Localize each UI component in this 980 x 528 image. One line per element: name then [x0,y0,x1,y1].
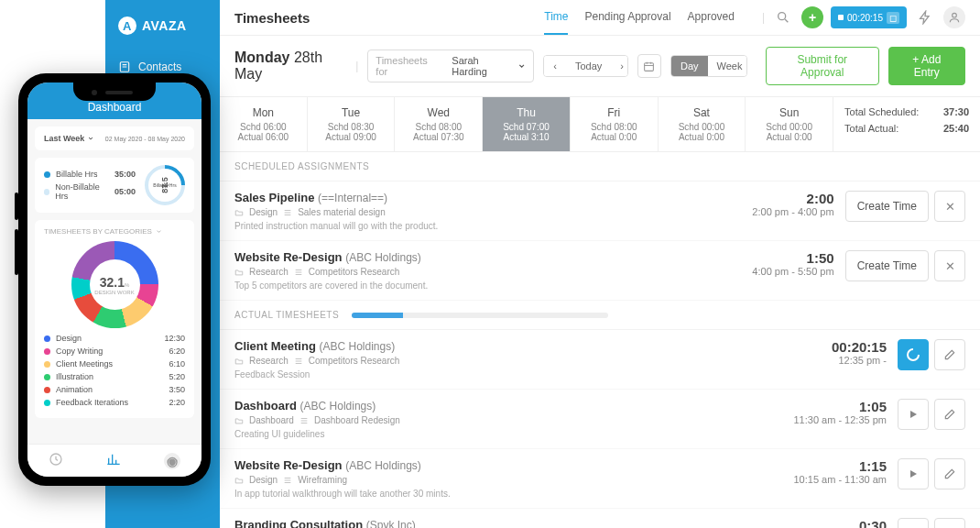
phone-date-range: 02 May 2020 - 08 May 2020 [105,136,185,142]
create-time-button[interactable]: Create Time [845,250,929,281]
header-actions: | + 00:20:15◻ [762,6,965,28]
brand: A AVAZA [105,16,220,35]
tab-pending[interactable]: Pending Approval [584,0,670,35]
day-actual: Actual 09:00 [308,132,395,142]
entry-description: Printed instruction manual will go with … [234,221,704,231]
category-item: Animation3:50 [44,385,185,394]
svg-point-2 [953,13,957,17]
categories-title: TIMESHEETS BY CATEGORIES [44,227,185,236]
day-scheduled: Schd 06:00 [220,122,307,132]
dot-icon [44,387,50,393]
edit-icon [943,468,956,480]
day-cell-fri[interactable]: Fri Schd 08:00 Actual 0:00 [571,97,659,151]
day-cell-mon[interactable]: Mon Schd 06:00 Actual 06:00 [220,97,308,151]
add-entry-button[interactable]: + Add Entry [888,47,965,85]
search-icon [776,10,790,25]
day-cell-thu[interactable]: Thu Schd 07:00 Actual 3:10 [483,97,571,151]
submit-approval-button[interactable]: Submit for Approval [766,47,879,85]
current-date: Monday 28th May [234,50,346,82]
edit-button[interactable] [934,518,965,528]
avatar[interactable] [943,6,965,28]
day-name: Fri [571,106,658,119]
user-icon [948,11,961,24]
chevron-down-icon [517,61,526,71]
nonbillable-row: Non-Billable Hrs05:00 [44,182,136,201]
day-actual: Actual 0:00 [746,132,833,142]
user-select[interactable]: Timesheets for Sarah Harding [367,50,534,82]
nav-chart[interactable] [106,452,121,469]
day-name: Tue [308,106,395,119]
day-scheduled: Schd 07:00 [483,122,570,132]
categories-donut-chart: 32.1%DESIGN WORK [71,241,158,328]
timer-running-button[interactable] [898,339,929,370]
dot-icon [44,171,50,178]
day-cell-sun[interactable]: Sun Schd 00:00 Actual 0:00 [746,97,833,151]
entry-duration: 1:05 [768,399,887,414]
calendar-icon [643,60,655,72]
date-nav: ‹ Today › [543,55,627,77]
category-name: Client Meetings [56,359,113,368]
contacts-icon [118,60,131,73]
category-name: Animation [56,385,93,394]
play-button[interactable] [898,399,929,430]
add-button[interactable]: + [801,6,823,28]
entry-duration: 0:30 [768,518,887,528]
day-actual: Actual 0:00 [571,132,658,142]
view-day-button[interactable]: Day [671,56,708,76]
edit-button[interactable] [934,458,965,490]
view-week-button[interactable]: Week [708,56,747,76]
spinner-icon [906,347,920,362]
category-value: 6:20 [169,346,185,356]
phone-range-select[interactable]: Last Week [44,134,94,143]
category-value: 12:30 [164,334,185,343]
next-day-button[interactable]: › [611,56,627,76]
dot-icon [44,189,49,195]
entry-range: 4:00 pm - 5:50 pm [715,266,834,277]
day-name: Thu [483,106,570,119]
category-item: Design12:30 [44,334,185,343]
entry-project: Dashboard (ABC Holdings) [234,399,757,412]
day-cell-tue[interactable]: Tue Schd 08:30 Actual 09:00 [308,97,396,151]
entry-duration: 2:00 [715,191,834,206]
dismiss-button[interactable]: ✕ [934,250,965,281]
phone-filter-row[interactable]: Last Week 02 May 2020 - 08 May 2020 [35,126,194,150]
create-time-button[interactable]: Create Time [845,191,929,222]
category-name: Design [56,334,82,343]
tab-time[interactable]: Time [544,0,568,35]
lightning-icon [918,10,932,25]
nav-avatar[interactable]: ◉ [164,453,180,469]
search-button[interactable] [772,6,794,28]
calendar-button[interactable] [637,54,661,78]
tab-approved[interactable]: Approved [688,0,735,35]
play-icon [908,468,919,479]
entry-meta: ResearchCompetitors Research [234,356,757,366]
entry-actions: Create Time ✕ [845,250,965,281]
timesheet-entry: Website Re-Design (ABC Holdings) Researc… [220,241,980,301]
total-actual-label: Total Actual: [844,123,898,134]
entry-duration: 1:50 [715,250,834,266]
sidebar-item-label: Contacts [138,60,181,73]
play-button[interactable] [898,458,929,490]
lightning-button[interactable] [914,6,936,28]
entry-actions [898,458,965,490]
timer-pill[interactable]: 00:20:15◻ [831,6,907,28]
dismiss-button[interactable]: ✕ [934,191,965,222]
play-button[interactable] [898,518,929,528]
actual-progress [352,313,608,318]
category-name: Feedback Iterations [56,398,128,407]
edit-button[interactable] [934,399,965,430]
day-scheduled: Schd 08:00 [571,122,658,132]
day-cell-sat[interactable]: Sat Schd 00:00 Actual 0:00 [659,97,746,151]
edit-button[interactable] [934,339,965,370]
header-tabs: Time Pending Approval Approved [544,0,735,35]
category-value: 3:50 [169,385,185,394]
entry-actions [898,399,965,430]
today-button[interactable]: Today [566,56,611,76]
prev-day-button[interactable]: ‹ [544,56,566,76]
entry-meta: DesignWireframing [234,475,757,485]
nav-clock[interactable] [49,452,63,469]
day-cell-wed[interactable]: Wed Schd 08:00 Actual 07:30 [395,97,483,151]
section-actual: ACTUAL TIMESHEETS [220,301,980,330]
category-item: Client Meetings6:10 [44,359,185,368]
timesheet-entry: Dashboard (ABC Holdings) DashboardDashbo… [220,390,980,449]
